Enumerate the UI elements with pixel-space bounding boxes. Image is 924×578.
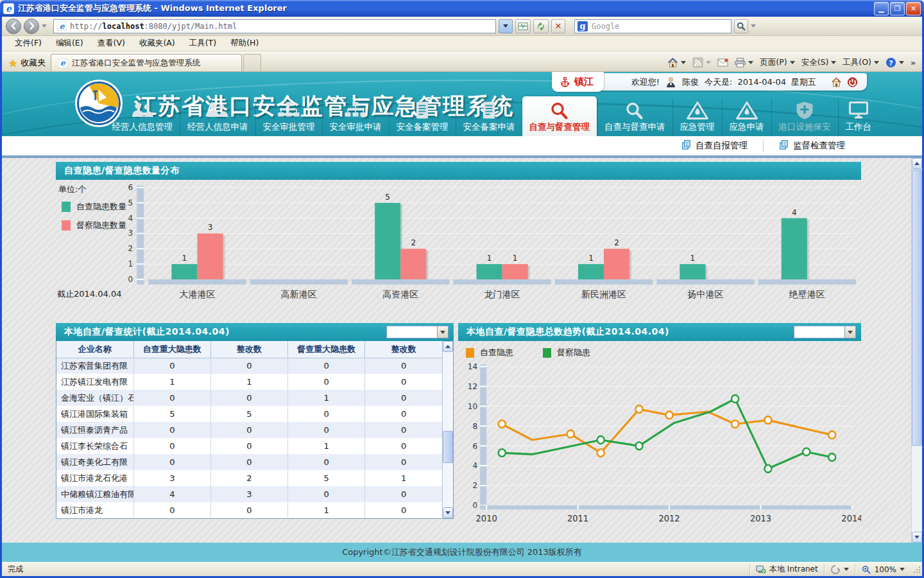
browser-tab[interactable]: e 江苏省港口安全监管与应急管理系统 [51, 54, 242, 71]
scroll-up-arrow[interactable] [443, 341, 453, 352]
magnifier-icon [623, 101, 646, 120]
home-button[interactable] [667, 57, 686, 68]
table-row[interactable]: 金海宏业（镇江）石0010 [56, 390, 442, 406]
nav-item[interactable]: 安全审批申请 [322, 99, 389, 136]
nav-item[interactable]: 安全审批管理 [255, 99, 322, 136]
table-cell: 1 [288, 438, 365, 454]
table-cell: 0 [365, 422, 442, 438]
table-row[interactable]: 镇江市港龙石化港3251 [56, 470, 442, 486]
table-filter-combo[interactable] [386, 326, 449, 338]
svg-text:2: 2 [472, 481, 477, 490]
window-title: 江苏省港口安全监管与应急管理系统 - Windows Internet Expl… [18, 3, 874, 14]
print-dropdown[interactable] [748, 61, 753, 64]
close-button[interactable]: ✕ [906, 2, 921, 15]
nav-item-label: 自查与督查管理 [529, 121, 590, 133]
menu-item[interactable]: 工具(T) [183, 37, 223, 50]
forward-button[interactable] [24, 19, 39, 34]
nav-item[interactable]: 经营人信息管理 [105, 99, 180, 136]
table-row[interactable]: 镇江恒泰沥青产品0000 [56, 422, 442, 438]
menu-item[interactable]: 帮助(H) [224, 37, 265, 50]
warning-icon [735, 101, 758, 120]
address-field[interactable]: e http://localhost:8080/yjpt/Main.html [53, 19, 496, 33]
table-row[interactable]: 镇江李长荣综合石0010 [56, 438, 442, 454]
table-cell: 0 [133, 358, 210, 374]
table-cell: 镇江市港龙石化港 [56, 470, 133, 486]
page-scroll-down[interactable] [912, 532, 922, 543]
table-cell: 0 [288, 422, 365, 438]
table-row[interactable]: 镇江奇美化工有限0000 [56, 454, 442, 470]
table-cell: 0 [288, 454, 365, 470]
legend-item: 督察隐患 [543, 347, 590, 358]
maximize-button[interactable]: ❐ [890, 2, 905, 15]
refresh-button[interactable] [533, 19, 549, 33]
url-rest: :8080/yjpt/Main.html [144, 22, 237, 31]
ie-logo-icon[interactable]: e [3, 3, 14, 14]
tools-menu-button[interactable]: 工具(O) [843, 57, 879, 68]
search-input[interactable] [592, 22, 728, 31]
resize-grip[interactable] [913, 566, 921, 574]
rss-button[interactable] [692, 57, 711, 68]
page-menu-button[interactable]: 页面(P) [760, 57, 794, 68]
search-dropdown[interactable] [751, 24, 756, 28]
page-scrollbar[interactable] [911, 158, 922, 543]
line-panel-title: 本地自查/督查隐患总数趋势(截止2014.04.04) [466, 326, 669, 338]
home-dropdown[interactable] [681, 61, 686, 64]
menu-item[interactable]: 收藏夹(A) [133, 37, 182, 50]
toolbar-overflow-chevron[interactable]: » [911, 58, 916, 67]
compatibility-view-button[interactable] [515, 19, 531, 33]
svg-text:3: 3 [208, 223, 213, 232]
nav-item[interactable]: 应急申请 [722, 99, 771, 136]
nav-item[interactable]: 自查与督查申请 [597, 99, 672, 136]
zoom-control[interactable]: 100% [855, 564, 911, 575]
scroll-down-arrow[interactable] [443, 507, 453, 518]
line-filter-combo[interactable] [794, 326, 856, 338]
page-scroll-thumb[interactable] [912, 170, 922, 446]
menu-item[interactable]: 查看(V) [91, 37, 132, 50]
menu-bar: 文件(F)编辑(E)查看(V)收藏夹(A)工具(T)帮助(H) [2, 36, 922, 51]
nav-item[interactable]: 安全备案管理 [389, 99, 456, 136]
safety-menu-button[interactable]: 安全(S) [801, 57, 837, 68]
table-row[interactable]: 中储粮镇江粮油有限4300 [56, 486, 442, 502]
table-cell: 0 [365, 374, 442, 390]
stop-button[interactable]: ✕ [551, 19, 565, 33]
table-cell: 4 [133, 486, 210, 502]
help-button[interactable]: ? [886, 57, 904, 68]
legend-swatch [62, 220, 71, 231]
favorites-bar: ★ 收藏夹 e 江苏省港口安全监管与应急管理系统 页面(P) 安全(S) 工具(… [2, 51, 922, 72]
nav-item[interactable]: 港口设施保安 [771, 99, 838, 136]
table-row[interactable]: 江苏索普集团有限0000 [56, 358, 442, 374]
menu-item[interactable]: 文件(F) [8, 37, 48, 50]
table-cell: 1 [133, 374, 210, 390]
home-shortcut-icon[interactable] [831, 76, 842, 88]
table-row[interactable]: 江苏镇江发电有限1100 [56, 374, 442, 390]
back-button[interactable] [6, 19, 21, 34]
read-mail-button[interactable] [717, 57, 728, 68]
nav-item[interactable]: 自查与督查管理 [522, 96, 597, 136]
minimize-button[interactable]: ▁ [874, 2, 889, 15]
page-footer: Copyright©江苏省交通规划设计院股份有限公司 2013版权所有 [2, 543, 922, 562]
scroll-thumb[interactable] [443, 431, 453, 463]
table-row[interactable]: 镇江港国际集装箱5500 [56, 406, 442, 422]
print-button[interactable] [735, 57, 753, 68]
favorites-button[interactable]: ★ 收藏夹 [6, 55, 51, 71]
subnav-item[interactable]: 监督检查管理 [763, 139, 860, 152]
unit-label: 单位:个 [58, 184, 86, 195]
page-scroll-up[interactable] [912, 158, 922, 169]
nav-item[interactable]: 应急管理 [672, 99, 722, 136]
menu-item[interactable]: 编辑(E) [49, 37, 90, 50]
protected-mode-button[interactable] [824, 564, 855, 575]
city-name: 镇江 [574, 76, 594, 88]
search-box[interactable]: g [574, 19, 732, 33]
nav-item[interactable]: 经营人信息申请 [180, 99, 255, 136]
logout-power-icon[interactable] [847, 76, 858, 88]
search-button[interactable] [734, 19, 748, 33]
address-dropdown-button[interactable] [499, 19, 513, 33]
nav-item[interactable]: 工作台 [838, 99, 879, 136]
table-row[interactable]: 镇江市港龙0010 [56, 502, 442, 518]
history-dropdown[interactable] [42, 24, 47, 28]
new-tab-stub[interactable] [243, 54, 261, 71]
nav-item[interactable]: 安全备案申请 [456, 99, 522, 136]
table-scrollbar[interactable] [442, 341, 453, 518]
table-cell: 0 [365, 486, 442, 502]
subnav-item[interactable]: 自查自报管理 [666, 139, 763, 152]
